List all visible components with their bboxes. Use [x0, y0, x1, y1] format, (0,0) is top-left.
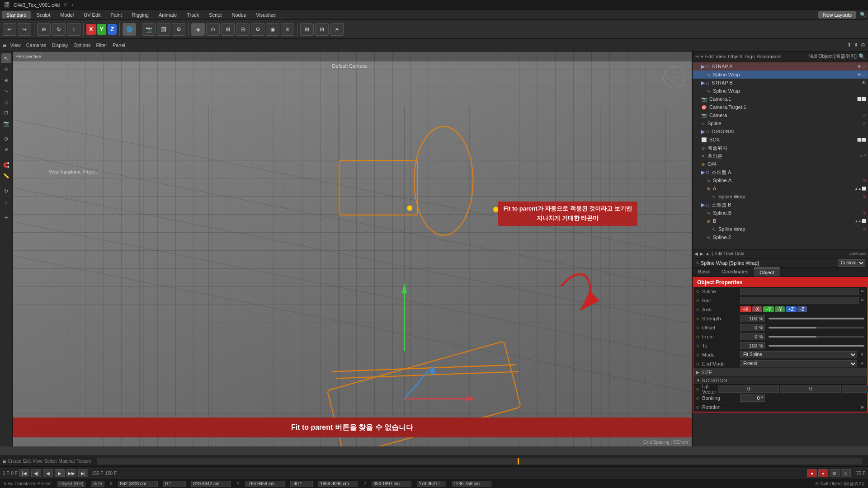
view-menu-obj[interactable]: View [716, 54, 726, 59]
timeline-menu[interactable]: ≡ [3, 458, 6, 465]
rotate-tool[interactable]: ↻ [52, 23, 66, 36]
search-obj-icon[interactable]: 🔍 [859, 53, 865, 60]
x-pos-input[interactable] [118, 481, 158, 487]
strength-slider[interactable] [769, 318, 864, 319]
tab-sculpt[interactable]: Sculpt [32, 11, 55, 19]
tree-camera[interactable]: 📷 Camera ✓ [693, 111, 868, 119]
vis-icon[interactable]: 👁 [857, 72, 862, 77]
snap-btn[interactable]: ⊙ [206, 23, 220, 36]
view-up-btn[interactable]: ⬆ [847, 42, 851, 48]
tl-material[interactable]: Material [59, 459, 75, 464]
tab-animate[interactable]: Animate [154, 11, 181, 19]
tree-spline-wrap-a[interactable]: ∿ Spline Wrap ✕ [693, 192, 868, 201]
rotate-sidebar-icon[interactable]: ↻ [1, 186, 11, 196]
bookmarks-menu[interactable]: Bookmarks [756, 54, 781, 59]
offset-slider[interactable] [769, 327, 864, 328]
world-space-btn[interactable]: 🌐 [123, 23, 136, 36]
view-menu[interactable]: View [8, 42, 23, 48]
tree-box[interactable]: ⬜ BOX ⬜⬜ [693, 136, 868, 144]
object-menu[interactable]: Object [728, 54, 742, 59]
axis-plus-z[interactable]: +Z [786, 306, 797, 312]
fwd-btn[interactable]: ▶ [700, 251, 703, 256]
display-menu[interactable]: Display [50, 42, 70, 48]
tab-paint[interactable]: Paint [106, 11, 127, 19]
tab-object[interactable]: Object [754, 267, 780, 277]
rec-btn[interactable]: ● [807, 469, 817, 477]
x-size-input[interactable] [191, 481, 231, 487]
object-icon[interactable]: ◈ [1, 75, 11, 85]
tree-apply-pos[interactable]: ⊕ 애플위치 [693, 144, 868, 152]
tl-edit[interactable]: Edit [23, 459, 31, 464]
tree-camera-target[interactable]: 🎯 Camera.Target.1 [693, 103, 868, 111]
x-rot-input[interactable] [163, 481, 186, 487]
size-section[interactable]: ▶ SIZE [693, 368, 867, 376]
end-mode-select[interactable]: Extend [740, 360, 857, 367]
grid-btn[interactable]: ⊞ [221, 23, 235, 36]
edit-menu-2[interactable]: Edit [715, 251, 722, 256]
tl-view[interactable]: View [33, 459, 42, 464]
file-menu[interactable]: File [695, 54, 703, 59]
tree-b-null[interactable]: ⊕ B ▲▲⬜ [693, 217, 868, 225]
tree-original[interactable]: ▶ □ ORIGINAL [693, 127, 868, 136]
tab-uv-edit[interactable]: UV Edit [79, 11, 105, 19]
up-vector-z[interactable] [842, 385, 868, 393]
select-tool-icon[interactable]: ↖ [1, 53, 11, 63]
z-pos-input[interactable] [372, 481, 411, 487]
from-input[interactable]: 0 % [740, 333, 765, 340]
poly-icon[interactable]: △ [1, 97, 11, 107]
tree-spline-b[interactable]: ∿ Spline.B ✕ [693, 209, 868, 217]
tab-model[interactable]: Model [56, 11, 78, 19]
render-region-btn[interactable]: 🖼 [157, 23, 170, 36]
xray-btn[interactable]: ◉ [266, 23, 279, 36]
search-icon[interactable]: 🔍 [860, 12, 866, 18]
tl-select[interactable]: Select [44, 459, 57, 464]
tab-standard[interactable]: Standard [2, 11, 31, 19]
play-next-btn[interactable]: ◀| [31, 469, 41, 477]
axis-y-btn[interactable]: Y [97, 24, 107, 35]
view-down-btn[interactable]: ⬇ [854, 42, 858, 48]
light-icon[interactable]: ☀ [1, 145, 11, 155]
up-vector-x[interactable] [718, 385, 779, 393]
measure-icon[interactable]: 📏 [1, 171, 11, 181]
spline-value[interactable] [740, 288, 859, 295]
render-settings-btn[interactable]: ⚙ [172, 23, 185, 36]
user-data-menu[interactable]: User Data [724, 251, 745, 256]
scale-sidebar-icon[interactable]: ↕ [1, 197, 11, 207]
tab-visualize[interactable]: Visualize [251, 11, 280, 19]
to-input[interactable]: 100 % [740, 342, 765, 349]
tab-add[interactable]: + [71, 2, 74, 8]
camera-sidebar-icon[interactable]: 📷 [1, 118, 11, 128]
undo-btn[interactable]: ↩ [3, 23, 16, 36]
tl-texture[interactable]: Texture [76, 459, 91, 464]
axis-z-btn[interactable]: Z [108, 24, 117, 35]
y-size-input[interactable] [318, 481, 358, 487]
view-settings-btn[interactable]: ⚙ [861, 42, 865, 48]
viewport-layout-btn[interactable]: ⊟ [315, 23, 329, 36]
tree-strap-b[interactable]: ▶ □ STRAP B 👁 [693, 79, 868, 87]
tab-coordinates[interactable]: Coordinates [716, 267, 754, 277]
banking-input[interactable]: 0 ° [740, 394, 765, 402]
cameras-menu[interactable]: Cameras [24, 42, 48, 48]
spline-icon[interactable]: ∿ [1, 86, 11, 96]
tab-rigging[interactable]: Rigging [127, 11, 153, 19]
tree-spline-a[interactable]: ∿ Spline.A ✕ [693, 176, 868, 184]
tree-spline-wrap-1[interactable]: ∿ Spline Wrap 👁 ✓ [693, 70, 868, 79]
rotation-arrow[interactable]: ▶ [861, 404, 864, 410]
tree-strap-a[interactable]: ▶ □ STRAP A 👁 ✓ [693, 62, 868, 70]
tree-spline-wrap-b[interactable]: ∿ Spline Wrap ✕ [693, 225, 868, 233]
end-mode-dropdown-icon[interactable]: ▼ [860, 361, 864, 366]
back-btn[interactable]: ◀ [694, 251, 698, 256]
play-back-btn[interactable]: ◀ [43, 469, 53, 477]
nav-cube[interactable]: X Y Z [662, 65, 687, 90]
coord-mode[interactable]: Object (Rel) [57, 481, 85, 487]
up-vector-y[interactable] [780, 385, 841, 393]
z-size-input[interactable] [452, 481, 491, 487]
tab-close[interactable]: ✕ [63, 2, 67, 8]
sym-btn[interactable]: ⊟ [236, 23, 250, 36]
tool-options-btn[interactable]: ⚙ [251, 23, 264, 36]
settings-tl-btn[interactable]: ⚙ [830, 469, 840, 477]
render-btn[interactable]: 📷 [142, 23, 156, 36]
tab-nodes[interactable]: Nodes [227, 11, 250, 19]
tree-stream-a[interactable]: ▶ □ 스트랩 A [693, 168, 868, 176]
tree-spline-2[interactable]: ∿ Spline.2 [693, 233, 868, 241]
